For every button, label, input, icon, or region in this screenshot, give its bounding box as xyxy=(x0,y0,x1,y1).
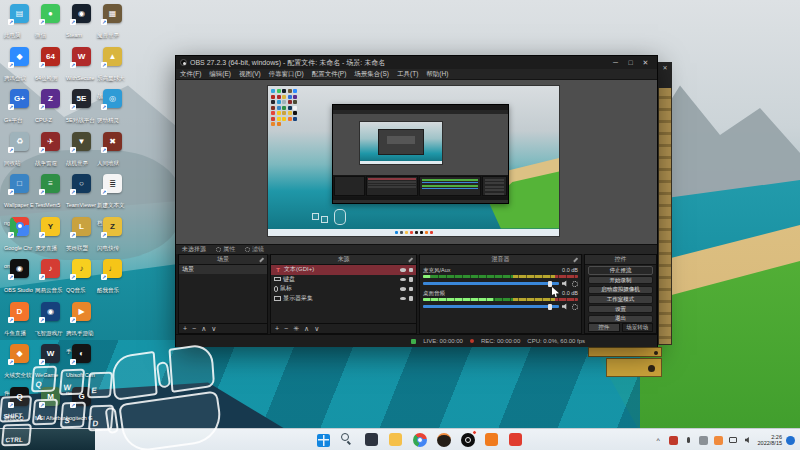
properties-button[interactable]: 属性 xyxy=(216,245,235,254)
source-row-text[interactable]: T文本(GDI+) xyxy=(271,265,416,275)
desktop-icon-火绒安全软件[interactable]: ◆↗火绒安全软件 xyxy=(4,344,35,384)
obs-preview-canvas[interactable] xyxy=(176,80,657,244)
desktop-icon-微信[interactable]: ●↗微信 xyxy=(35,4,66,44)
desktop-icon-WeGame[interactable]: W↗WeGame xyxy=(35,344,66,384)
menu-item-3[interactable]: 停靠窗口(D) xyxy=(265,70,308,79)
desktop-icon-OBS Studio[interactable]: ◉↗OBS Studio xyxy=(4,259,35,299)
desktop-icon-Logitech G HUB[interactable]: G↗Logitech G HUB xyxy=(66,387,97,427)
tab-controls[interactable]: 控件 xyxy=(588,323,620,332)
scene-up-button[interactable]: ∧ xyxy=(201,324,206,333)
taskbar-icon-start[interactable] xyxy=(316,432,331,447)
filters-button[interactable]: 滤镜 xyxy=(245,245,264,254)
desktop-icon-斗鱼直播[interactable]: D↗斗鱼直播 xyxy=(4,302,35,342)
volume-slider[interactable] xyxy=(423,282,559,285)
speaker-icon[interactable] xyxy=(562,303,569,310)
desktop-icon-5E对战平台[interactable]: 5E↗5E对战平台 xyxy=(66,89,97,129)
add-scene-button[interactable]: + xyxy=(183,324,187,333)
taskbar-icon-search[interactable] xyxy=(340,432,355,447)
desktop-icon-G+平台[interactable]: G+↗G+平台 xyxy=(4,89,35,129)
source-down-button[interactable]: ∨ xyxy=(314,324,319,333)
desktop-icon-MSI Afterburner[interactable]: M↗MSI Afterburner xyxy=(35,387,66,427)
eye-visibility-icon[interactable] xyxy=(400,268,406,272)
tray-icon-huya-tray[interactable] xyxy=(713,435,724,446)
lock-icon[interactable] xyxy=(409,277,413,282)
eye-visibility-icon[interactable] xyxy=(400,287,406,291)
desktop-icon-战争雷霆[interactable]: ✈↗战争雷霆 xyxy=(35,132,66,172)
background-window-titlebar[interactable]: ✕ xyxy=(658,62,672,88)
desktop-icon-酷我音乐[interactable]: ♩↗酷我音乐 xyxy=(97,259,128,299)
taskbar-icon-chrome[interactable] xyxy=(412,432,427,447)
menu-item-1[interactable]: 编辑(E) xyxy=(205,70,235,79)
desktop-icon-驱动精灵[interactable]: ◎↗驱动精灵 xyxy=(97,89,128,129)
tray-icon-obs-tray[interactable] xyxy=(668,435,679,446)
control-button-退出[interactable]: 退出 xyxy=(588,315,653,324)
desktop-icon-新建文本文档[interactable]: ≣↗新建文本文档 xyxy=(97,174,128,214)
taskbar-icon-app-dark[interactable] xyxy=(364,432,379,447)
control-button-开始录制[interactable]: 开始录制 xyxy=(588,276,653,285)
gear-icon[interactable] xyxy=(572,304,578,310)
controls-dock-header[interactable]: 控件 xyxy=(585,255,656,265)
desktop-icon-WithSecure[interactable]: W↗WithSecure xyxy=(66,47,97,87)
desktop-icon-回收站[interactable]: ♻↗回收站 xyxy=(4,132,35,172)
close-icon[interactable]: ✕ xyxy=(662,65,667,71)
source-row-mouse[interactable]: 鼠标 xyxy=(271,284,416,294)
source-row-keyboard[interactable]: 键盘 xyxy=(271,275,416,285)
desktop-icon-64位检测[interactable]: 64↗64位检测 xyxy=(35,47,66,87)
control-button-工作室模式[interactable]: 工作室模式 xyxy=(588,295,653,304)
volume-slider[interactable] xyxy=(423,305,559,308)
control-button-设置[interactable]: 设置 xyxy=(588,305,653,314)
source-properties-button[interactable]: ✳ xyxy=(293,324,299,333)
lock-icon[interactable] xyxy=(409,296,413,301)
taskbar-icon-file-explorer[interactable] xyxy=(388,432,403,447)
source-up-button[interactable]: ∧ xyxy=(304,324,309,333)
obs-titlebar[interactable]: OBS 27.2.3 (64-bit, windows) - 配置文件: 未命名… xyxy=(176,56,657,69)
tray-icon-microphone[interactable] xyxy=(683,435,694,446)
gear-icon[interactable] xyxy=(572,281,578,287)
menu-item-2[interactable]: 视图(V) xyxy=(235,70,265,79)
tab-scene-transitions[interactable]: 场景转场 xyxy=(622,323,654,332)
remove-scene-button[interactable]: − xyxy=(192,324,196,333)
taskbar-icon-netease-music[interactable] xyxy=(508,432,523,447)
desktop-icon-CPU-Z[interactable]: Z↗CPU-Z xyxy=(35,89,66,129)
remove-source-button[interactable]: − xyxy=(284,324,288,333)
desktop-icon-英雄联盟[interactable]: L↗英雄联盟 xyxy=(66,217,97,257)
menu-item-0[interactable]: 文件(F) xyxy=(176,70,205,79)
taskbar-clock[interactable]: 2:26 2022/8/15 xyxy=(758,434,782,447)
menu-item-6[interactable]: 工具(T) xyxy=(393,70,422,79)
desktop-icon-腾讯手游助手[interactable]: ▶↗腾讯手游助手 xyxy=(66,302,97,342)
tray-icon-volume[interactable] xyxy=(743,435,754,446)
desktop-icon-QQ音乐[interactable]: ♪↗QQ音乐 xyxy=(66,259,97,299)
control-button-启动虚拟摄像机[interactable]: 启动虚拟摄像机 xyxy=(588,286,653,295)
taskbar-icon-obs[interactable] xyxy=(460,432,475,447)
maximize-button[interactable]: □ xyxy=(623,56,638,69)
desktop-icon-此电脑[interactable]: ▤↗此电脑 xyxy=(4,4,35,44)
tray-icon-display[interactable] xyxy=(728,435,739,446)
menu-item-7[interactable]: 帮助(H) xyxy=(422,70,452,79)
desktop-icon-TestMem5[interactable]: ≡↗TestMem5 xyxy=(35,174,66,214)
mixer-dock-header[interactable]: 混音器 xyxy=(420,255,581,265)
desktop-icon-TeamViewer[interactable]: ○↗TeamViewer xyxy=(66,174,97,214)
menu-item-5[interactable]: 场景集合(S) xyxy=(350,70,393,79)
menu-item-4[interactable]: 配置文件(P) xyxy=(308,70,351,79)
desktop-icon-Ubisoft Connect[interactable]: ◐↗Ubisoft Connect xyxy=(66,344,97,384)
taskbar-icon-app-store[interactable] xyxy=(484,432,499,447)
desktop-icon-人间地狱[interactable]: ✖↗人间地狱 xyxy=(97,132,128,172)
desktop-icon-乐高星球大战[interactable]: ▲↗乐高星球大战 xyxy=(97,47,128,87)
desktop-icon-虎牙直播[interactable]: Y↗虎牙直播 xyxy=(35,217,66,257)
scene-list-item[interactable]: 场景 xyxy=(179,265,267,274)
desktop-icon-闪电快传[interactable]: Z↗闪电快传 xyxy=(97,217,128,257)
add-source-button[interactable]: + xyxy=(275,324,279,333)
speaker-icon[interactable] xyxy=(562,280,569,287)
desktop-icon-Wallpaper Engine[interactable]: □↗Wallpaper Engine xyxy=(4,174,35,214)
desktop-icon-飞智游戏厅[interactable]: ◉↗飞智游戏厅 xyxy=(35,302,66,342)
desktop-icon-魔兽世界[interactable]: ▦↗魔兽世界 xyxy=(97,4,128,44)
lock-icon[interactable] xyxy=(409,287,413,292)
desktop-icon-Steam[interactable]: ◉↗Steam xyxy=(66,4,97,44)
control-button-停止推流[interactable]: 停止推流 xyxy=(588,266,653,275)
minimize-button[interactable]: ─ xyxy=(608,56,623,69)
desktop-icon-腾讯会议[interactable]: ◆↗腾讯会议 xyxy=(4,47,35,87)
sources-dock-header[interactable]: 来源 xyxy=(271,255,416,265)
lock-icon[interactable] xyxy=(409,268,413,273)
taskbar-icon-huya[interactable] xyxy=(436,432,451,447)
desktop-icon-战机世界[interactable]: ▼↗战机世界 xyxy=(66,132,97,172)
